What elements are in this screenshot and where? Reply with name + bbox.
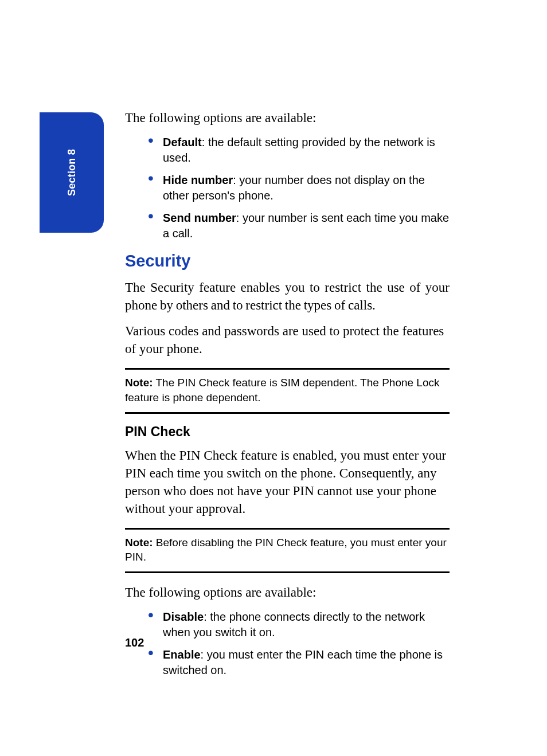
note-label: Note: — [125, 536, 153, 549]
option-desc: : the default setting provided by the ne… — [163, 136, 435, 164]
note-label: Note: — [125, 377, 153, 389]
list-item: Send number: your number is sent each ti… — [154, 210, 450, 241]
list-item: Enable: you must enter the PIN each time… — [154, 647, 450, 678]
security-paragraph-1: The Security feature enables you to rest… — [125, 279, 450, 314]
options-list-2: Disable: the phone connects directly to … — [125, 609, 450, 678]
content-area: The following options are available: Def… — [125, 109, 450, 688]
option-term: Send number — [163, 211, 236, 224]
section-tab: Section 8 — [40, 112, 104, 233]
options-list-1: Default: the default setting provided by… — [125, 135, 450, 241]
page-number: 102 — [125, 636, 144, 649]
note-text: The PIN Check feature is SIM dependent. … — [125, 377, 440, 404]
intro-text-2: The following options are available: — [125, 583, 450, 601]
intro-text-1: The following options are available: — [125, 109, 450, 127]
note-block-1: Note: The PIN Check feature is SIM depen… — [125, 368, 450, 413]
option-term: Enable — [163, 648, 201, 661]
note-text: Before disabling the PIN Check feature, … — [125, 536, 447, 563]
security-paragraph-2: Various codes and passwords are used to … — [125, 322, 450, 358]
list-item: Hide number: your number does not displa… — [154, 173, 450, 203]
list-item: Default: the default setting provided by… — [154, 135, 450, 166]
option-term: Hide number — [163, 174, 233, 186]
list-item: Disable: the phone connects directly to … — [154, 609, 450, 640]
pin-check-paragraph: When the PIN Check feature is enabled, y… — [125, 446, 450, 518]
heading-pin-check: PIN Check — [125, 424, 450, 440]
note-block-2: Note: Before disabling the PIN Check fea… — [125, 528, 450, 573]
section-tab-label: Section 8 — [66, 149, 78, 196]
option-desc: : you must enter the PIN each time the p… — [163, 648, 443, 676]
heading-security: Security — [125, 252, 450, 271]
option-term: Default — [163, 136, 202, 148]
option-term: Disable — [163, 610, 204, 623]
